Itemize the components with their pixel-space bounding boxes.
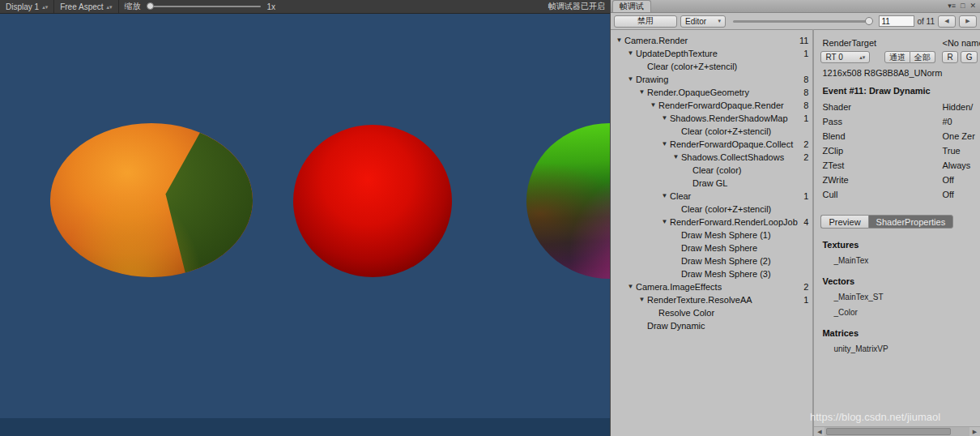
tree-row[interactable]: Clear (color) xyxy=(611,164,812,177)
tree-row-label: Camera.ImageEffects xyxy=(636,282,800,292)
foldout-arrow-icon[interactable]: ▼ xyxy=(625,280,636,293)
scrollbar-track[interactable] xyxy=(824,427,969,436)
display-dropdown[interactable]: Display 1 ▴▾ xyxy=(0,0,53,13)
tree-indent xyxy=(611,183,682,184)
tree-row[interactable]: ▼Render.OpaqueGeometry8 xyxy=(611,86,812,99)
shader-state-list: ShaderHidden/Pass#0BlendOne ZerZClipTrue… xyxy=(814,100,980,202)
green-channel-button[interactable]: G xyxy=(961,51,978,63)
tree-indent xyxy=(611,235,671,236)
tree-row[interactable]: ▼Shadows.RenderShadowMap1 xyxy=(611,112,812,125)
foldout-arrow-icon[interactable]: ▼ xyxy=(659,112,670,125)
tree-row[interactable]: ▼RenderForwardOpaque.Collect2 xyxy=(611,138,812,151)
all-channels-button[interactable]: 全部 xyxy=(910,51,935,63)
event-number-input[interactable] xyxy=(879,15,914,27)
foldout-arrow-icon[interactable]: ▼ xyxy=(637,293,647,306)
channel-button[interactable]: 通道 xyxy=(884,51,910,63)
tree-row[interactable]: ▼RenderForward.RenderLoopJob4 xyxy=(611,216,812,229)
tree-row[interactable]: ▼Camera.ImageEffects2 xyxy=(611,280,812,293)
chevron-down-icon: ▾ xyxy=(718,18,721,24)
zoom-control: 缩放 1x xyxy=(119,0,282,13)
state-label: Shader xyxy=(822,102,942,112)
shader-state-row: ZWriteOff xyxy=(814,173,980,187)
tree-row-label: RenderTexture.ResolveAA xyxy=(647,295,800,305)
tree-row[interactable]: ▼Drawing8 xyxy=(611,73,812,86)
section-title: Textures xyxy=(822,240,980,250)
foldout-arrow-icon[interactable]: ▼ xyxy=(614,34,624,47)
scrollbar-thumb[interactable] xyxy=(826,428,951,435)
pane-menu-icon[interactable]: ▾≡ xyxy=(948,2,956,10)
foldout-arrow-icon[interactable]: ▼ xyxy=(659,216,670,229)
event-slider-knob[interactable] xyxy=(865,17,873,25)
tree-row[interactable]: ▼Camera.Render11 xyxy=(611,34,812,47)
tree-row[interactable]: Draw Mesh Sphere (2) xyxy=(611,254,812,267)
aspect-dropdown[interactable]: Free Aspect ▴▾ xyxy=(54,0,117,13)
tree-row-count: 1 xyxy=(803,191,812,201)
tree-indent xyxy=(611,274,671,275)
maximize-icon[interactable]: □ xyxy=(961,2,965,10)
tree-indent xyxy=(611,313,648,314)
state-value: Off xyxy=(942,175,980,185)
tree-row-label: Resolve Color xyxy=(658,308,812,318)
sphere-orange-green xyxy=(50,123,253,277)
state-label: Blend xyxy=(822,131,942,141)
tree-row[interactable]: Draw GL xyxy=(611,177,812,190)
foldout-arrow-icon[interactable]: ▼ xyxy=(659,190,670,203)
tree-row[interactable]: Clear (color+Z+stencil) xyxy=(611,125,812,138)
shader-state-row: ZClipTrue xyxy=(814,143,980,158)
close-icon[interactable]: ✕ xyxy=(969,2,976,10)
tab-shaderproperties[interactable]: ShaderProperties xyxy=(868,215,954,229)
rt-dropdown[interactable]: RT 0 ▴▾ xyxy=(820,51,870,63)
editor-target-dropdown[interactable]: Editor ▾ xyxy=(680,15,726,28)
event-slider[interactable] xyxy=(733,20,871,23)
tree-row[interactable]: Clear (color+Z+stencil) xyxy=(611,60,812,73)
horizontal-scrollbar[interactable]: ◀ ▶ xyxy=(814,426,980,436)
scroll-left-icon[interactable]: ◀ xyxy=(814,429,824,435)
foldout-arrow-icon[interactable]: ▼ xyxy=(637,86,647,99)
tab-preview[interactable]: Preview xyxy=(820,215,867,229)
red-channel-button[interactable]: R xyxy=(942,51,959,63)
zoom-slider[interactable] xyxy=(147,6,261,7)
next-event-button[interactable]: ▶ xyxy=(959,15,977,28)
window-title: 帧调试 xyxy=(620,1,644,12)
tree-row[interactable]: Draw Dynamic xyxy=(611,319,812,332)
foldout-arrow-icon[interactable]: ▼ xyxy=(671,151,681,164)
foldout-arrow-icon[interactable]: ▼ xyxy=(659,138,670,151)
game-view-bottom-bar xyxy=(0,418,610,436)
aspect-dropdown-label: Free Aspect xyxy=(60,2,103,11)
frame-debugger-tab[interactable]: 帧调试 xyxy=(612,0,651,12)
shader-property-name: _MainTex xyxy=(833,256,980,265)
sphere-red xyxy=(293,125,452,277)
foldout-arrow-icon[interactable]: ▼ xyxy=(648,99,658,112)
tree-row[interactable]: Draw Mesh Sphere (3) xyxy=(611,267,812,280)
tree-row[interactable]: ▼Shadows.CollectShadows2 xyxy=(611,151,812,164)
section-title: Matrices xyxy=(822,328,980,338)
zoom-slider-knob[interactable] xyxy=(147,2,154,10)
scroll-right-icon[interactable]: ▶ xyxy=(969,429,980,435)
unity-editor-screen: Display 1 ▴▾ Free Aspect ▴▾ 缩放 1x 帧调试器已开… xyxy=(0,0,980,436)
tree-row[interactable]: ▼UpdateDepthTexture1 xyxy=(611,47,812,60)
tree-row-count: 2 xyxy=(803,152,812,162)
tree-row[interactable]: ▼RenderTexture.ResolveAA1 xyxy=(611,293,812,306)
state-value: One Zer xyxy=(942,131,980,141)
shader-state-row: CullOff xyxy=(814,187,980,202)
disable-button[interactable]: 禁用 xyxy=(614,15,677,28)
tree-indent xyxy=(611,261,671,262)
tree-row[interactable]: ▼Clear1 xyxy=(611,190,812,203)
shader-state-row: Pass#0 xyxy=(814,114,980,129)
prev-event-button[interactable]: ◀ xyxy=(938,15,956,28)
tree-row[interactable]: Resolve Color xyxy=(611,306,812,319)
foldout-arrow-icon[interactable]: ▼ xyxy=(625,47,636,60)
tree-row-label: Draw Mesh Sphere (1) xyxy=(681,230,812,240)
game-view: Display 1 ▴▾ Free Aspect ▴▾ 缩放 1x 帧调试器已开… xyxy=(0,0,610,436)
zoom-value: 1x xyxy=(267,2,276,11)
tree-row[interactable]: Clear (color+Z+stencil) xyxy=(611,203,812,216)
tree-row[interactable]: Draw Mesh Sphere (1) xyxy=(611,229,812,242)
channel-toolbar: RT 0 ▴▾ 通道 全部 R G xyxy=(814,50,980,64)
tree-row-label: Camera.Render xyxy=(624,36,796,45)
render-target-size: 1216x508 R8G8B8A8_UNorm xyxy=(814,66,980,80)
foldout-arrow-icon[interactable]: ▼ xyxy=(625,73,636,86)
tree-row[interactable]: Draw Mesh Sphere xyxy=(611,242,812,254)
tree-indent xyxy=(611,300,637,301)
tree-row[interactable]: ▼RenderForwardOpaque.Render8 xyxy=(611,99,812,112)
tree-row-label: RenderForwardOpaque.Collect xyxy=(670,139,800,149)
